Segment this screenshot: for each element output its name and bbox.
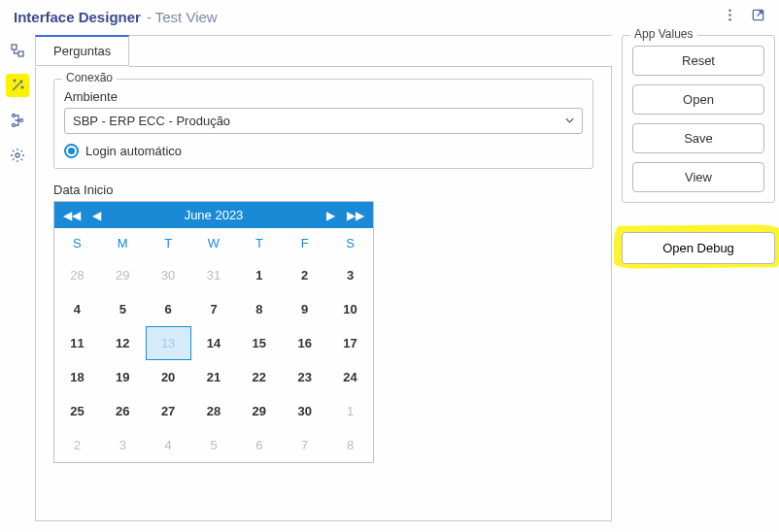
- cal-day[interactable]: 1: [327, 394, 373, 428]
- kebab-menu-icon[interactable]: [723, 8, 737, 25]
- cal-prev-month-icon[interactable]: ◀: [89, 209, 104, 222]
- open-button[interactable]: Open: [632, 84, 764, 115]
- cal-day[interactable]: 1: [236, 258, 282, 292]
- cal-day[interactable]: 14: [191, 326, 237, 360]
- cal-day[interactable]: 12: [100, 326, 146, 360]
- cal-day[interactable]: 2: [54, 428, 100, 462]
- open-debug-button[interactable]: Open Debug: [622, 232, 775, 264]
- cal-dow: M: [100, 228, 146, 258]
- rail-wand-icon[interactable]: [6, 74, 29, 97]
- cal-day[interactable]: 31: [191, 258, 237, 292]
- cal-day[interactable]: 8: [236, 292, 282, 326]
- svg-point-1: [728, 14, 730, 16]
- tab-strip: [129, 36, 612, 67]
- cal-day[interactable]: 29: [100, 258, 146, 292]
- cal-day[interactable]: 29: [236, 394, 282, 428]
- radio-checked-icon: [64, 144, 79, 158]
- cal-day[interactable]: 10: [327, 292, 373, 326]
- environment-label: Ambiente: [64, 89, 583, 104]
- cal-next-month-icon[interactable]: ▶: [323, 209, 338, 222]
- view-button[interactable]: View: [632, 162, 764, 192]
- rail-workflow-icon[interactable]: [6, 39, 29, 62]
- cal-day[interactable]: 27: [146, 394, 191, 428]
- svg-point-10: [13, 124, 16, 127]
- cal-day[interactable]: 3: [327, 258, 373, 292]
- cal-day[interactable]: 11: [54, 326, 100, 360]
- cal-day[interactable]: 7: [282, 428, 327, 462]
- svg-point-6: [20, 81, 22, 83]
- cal-day[interactable]: 5: [191, 428, 237, 462]
- tab-perguntas[interactable]: Perguntas: [35, 35, 129, 66]
- cal-month-title[interactable]: June 2023: [185, 208, 244, 222]
- app-values-group: App Values Reset Open Save View: [622, 35, 775, 203]
- cal-day[interactable]: 23: [282, 360, 327, 394]
- svg-point-8: [21, 86, 23, 88]
- tab-panel: Conexão Ambiente SBP - ERP ECC - Produçã…: [35, 67, 612, 521]
- cal-prev-year-icon[interactable]: ◀◀: [60, 209, 84, 222]
- cal-day[interactable]: 24: [327, 360, 373, 394]
- svg-point-0: [728, 10, 730, 12]
- rail-tree-icon[interactable]: [6, 109, 29, 132]
- svg-point-12: [16, 153, 19, 157]
- cal-day[interactable]: 6: [146, 292, 191, 326]
- cal-day[interactable]: 8: [327, 428, 373, 462]
- cal-day-selected[interactable]: 13: [146, 326, 191, 360]
- cal-day[interactable]: 9: [282, 292, 327, 326]
- cal-day[interactable]: 15: [236, 326, 282, 360]
- svg-point-2: [728, 18, 730, 20]
- cal-day[interactable]: 20: [146, 360, 191, 394]
- cal-day[interactable]: 6: [236, 428, 282, 462]
- cal-day[interactable]: 22: [236, 360, 282, 394]
- app-values-legend: App Values: [630, 27, 697, 41]
- calendar: ◀◀ ◀ June 2023 ▶ ▶▶ SMTWTFS 282930311234…: [53, 201, 374, 463]
- view-title: - Test View: [147, 9, 218, 25]
- app-title: Interface Designer: [14, 9, 141, 25]
- popout-icon[interactable]: [751, 8, 765, 25]
- cal-day[interactable]: 2: [282, 258, 327, 292]
- cal-dow: F: [282, 228, 327, 258]
- login-auto-label: Login automático: [85, 144, 182, 158]
- svg-rect-5: [18, 51, 23, 56]
- cal-day[interactable]: 16: [282, 326, 327, 360]
- cal-day[interactable]: 30: [282, 394, 327, 428]
- cal-day[interactable]: 4: [146, 428, 191, 462]
- save-button[interactable]: Save: [632, 123, 764, 153]
- environment-select[interactable]: SBP - ERP ECC - Produção: [64, 108, 583, 134]
- cal-day[interactable]: 28: [54, 258, 100, 292]
- cal-dow: S: [54, 228, 100, 258]
- cal-day[interactable]: 30: [146, 258, 191, 292]
- cal-day[interactable]: 26: [100, 394, 146, 428]
- cal-dow: T: [236, 228, 282, 258]
- cal-dow: T: [146, 228, 191, 258]
- cal-next-year-icon[interactable]: ▶▶: [344, 209, 367, 222]
- connection-group: Conexão Ambiente SBP - ERP ECC - Produçã…: [53, 79, 593, 169]
- cal-dow: S: [327, 228, 373, 258]
- cal-day[interactable]: 18: [54, 360, 100, 394]
- svg-rect-4: [12, 45, 17, 50]
- svg-point-9: [13, 115, 16, 117]
- cal-day[interactable]: 3: [100, 428, 146, 462]
- cal-day[interactable]: 4: [54, 292, 100, 326]
- date-label: Data Inicio: [53, 183, 593, 197]
- login-auto-radio[interactable]: Login automático: [64, 144, 583, 158]
- svg-point-7: [14, 80, 16, 82]
- cal-day[interactable]: 19: [100, 360, 146, 394]
- cal-day[interactable]: 17: [327, 326, 373, 360]
- svg-point-11: [20, 119, 23, 122]
- cal-day[interactable]: 5: [100, 292, 146, 326]
- cal-day[interactable]: 25: [54, 394, 100, 428]
- cal-dow: W: [191, 228, 237, 258]
- connection-legend: Conexão: [62, 71, 117, 84]
- reset-button[interactable]: Reset: [632, 46, 764, 76]
- rail-gear-icon[interactable]: [6, 144, 29, 167]
- cal-day[interactable]: 28: [191, 394, 237, 428]
- cal-day[interactable]: 21: [191, 360, 237, 394]
- cal-day[interactable]: 7: [191, 292, 237, 326]
- left-rail: [0, 35, 35, 532]
